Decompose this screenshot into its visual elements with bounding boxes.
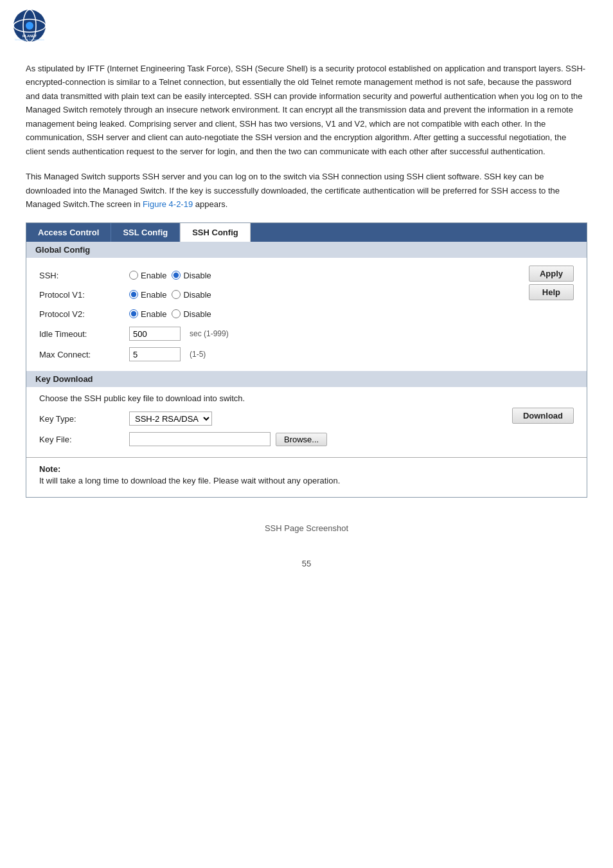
max-connect-input[interactable] [129,347,181,361]
global-config-form: SSH: Enable Disable [26,259,587,371]
apply-button[interactable]: Apply [529,266,574,282]
protocol-v2-radio-group: Enable Disable [129,309,211,319]
protocol-v2-row: Protocol V2: Enable Disable [39,304,574,323]
tab-access-control[interactable]: Access Control [26,223,111,242]
download-button[interactable]: Download [512,408,574,424]
key-file-input-box[interactable] [129,432,271,446]
description-paragraph1: As stipulated by IFTF (Internet Engineer… [26,62,587,158]
figure-link[interactable]: Figure 4-2-19 [143,199,193,209]
v2-disable-text: Disable [183,309,211,319]
v2-enable-text: Enable [141,309,166,319]
svg-point-3 [26,22,33,30]
paragraph2-end: appears. [193,199,227,209]
tab-bar: Access Control SSL Config SSH Config [26,223,587,242]
logo-area: PLANET Networking & Communication [13,9,600,42]
v1-disable-text: Disable [183,290,211,300]
ssh-enable-text: Enable [141,271,166,280]
planet-logo-icon: PLANET Networking & Communication [13,9,46,42]
max-connect-hint: (1-5) [190,350,206,359]
key-file-row: Key File: Browse... [39,429,574,449]
tab-ssl-config[interactable]: SSL Config [111,223,180,242]
browse-button[interactable]: Browse... [276,433,327,446]
key-download-header: Key Download [26,371,587,387]
panel-body: Global Config SSH: Enable [26,242,587,497]
max-connect-label: Max Connect: [39,350,129,359]
v1-enable-radio[interactable] [129,290,138,299]
page-caption: SSH Page Screenshot [26,511,587,539]
ssh-enable-radio[interactable] [129,271,138,280]
idle-timeout-control: sec (1-999) [129,327,229,341]
ssh-disable-label[interactable]: Disable [172,271,211,280]
note-section: Note: It will take a long time to downlo… [26,457,587,491]
tab-ssh-config[interactable]: SSH Config [180,223,251,242]
global-config-header: Global Config [26,242,587,258]
key-file-label: Key File: [39,435,129,444]
ssh-disable-text: Disable [183,271,211,280]
header: PLANET Networking & Communication [0,0,613,49]
protocol-v2-label: Protocol V2: [39,309,129,319]
action-buttons: Apply Help [529,266,574,300]
v2-enable-label[interactable]: Enable [129,309,166,319]
ssh-label: SSH: [39,271,129,280]
key-choose-text: Choose the SSH public key file to downlo… [39,393,574,403]
paragraph2-start: This Managed Switch supports SSH server … [26,172,560,209]
svg-text:PLANET: PLANET [22,34,37,38]
max-connect-row: Max Connect: (1-5) [39,344,574,365]
main-content: As stipulated by IFTF (Internet Engineer… [0,49,613,588]
v1-disable-label[interactable]: Disable [172,290,211,300]
ssh-radio-group: Enable Disable [129,271,211,280]
key-type-control: SSH-2 RSA/DSA SSH-1 RSA SSH-1 DSA [129,411,212,426]
protocol-v1-label: Protocol V1: [39,290,129,300]
description-paragraph2: This Managed Switch supports SSH server … [26,170,587,211]
page-number: 55 [26,539,587,575]
v2-enable-radio[interactable] [129,309,138,318]
ssh-enable-label[interactable]: Enable [129,271,166,280]
ssh-control: Enable Disable [129,271,211,280]
key-download-form: Choose the SSH public key file to downlo… [26,388,587,457]
v2-disable-radio[interactable] [172,309,181,318]
idle-timeout-row: Idle Timeout: sec (1-999) [39,323,574,344]
protocol-v2-control: Enable Disable [129,309,211,319]
idle-timeout-hint: sec (1-999) [190,329,229,338]
key-file-control: Browse... [129,432,327,446]
key-type-row: Key Type: SSH-2 RSA/DSA SSH-1 RSA SSH-1 … [39,408,574,429]
protocol-v1-radio-group: Enable Disable [129,290,211,300]
idle-timeout-input[interactable] [129,327,181,341]
note-title: Note: [39,464,574,474]
protocol-v1-row: Protocol V1: Enable Disable [39,285,574,304]
download-button-area: Download [512,408,574,424]
v1-disable-radio[interactable] [172,290,181,299]
v2-disable-label[interactable]: Disable [172,309,211,319]
ssh-disable-radio[interactable] [172,271,181,280]
svg-text:Networking & Communication: Networking & Communication [15,39,44,41]
note-text: It will take a long time to download the… [39,476,574,485]
ssh-row: SSH: Enable Disable [39,266,574,285]
key-type-label: Key Type: [39,414,129,424]
idle-timeout-label: Idle Timeout: [39,329,129,339]
tabbed-panel: Access Control SSL Config SSH Config Glo… [26,222,587,498]
protocol-v1-control: Enable Disable [129,290,211,300]
key-type-select[interactable]: SSH-2 RSA/DSA SSH-1 RSA SSH-1 DSA [129,411,212,426]
max-connect-control: (1-5) [129,347,206,361]
help-button[interactable]: Help [529,284,574,300]
v1-enable-label[interactable]: Enable [129,290,166,300]
v1-enable-text: Enable [141,290,166,300]
